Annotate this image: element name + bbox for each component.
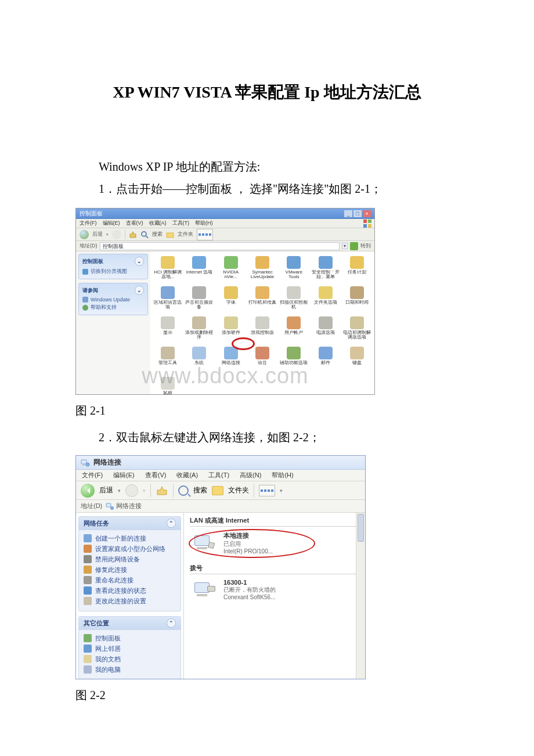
view-button[interactable] — [259, 485, 275, 496]
cp-item[interactable]: 游戏控制器 — [247, 315, 277, 344]
cp-item[interactable]: VMware Tools — [279, 255, 309, 284]
menu-edit[interactable]: 编辑(E) — [103, 219, 120, 227]
cp-item[interactable]: Symantec LiveUpdate — [247, 255, 277, 284]
toolbar: 后退 ▾ ▾ 搜索 文件夹 ▾ — [76, 481, 365, 500]
menu-edit[interactable]: 编辑(E) — [113, 471, 135, 480]
search-icon[interactable] — [178, 485, 189, 496]
scrollbar[interactable] — [356, 513, 365, 679]
back-button[interactable] — [81, 484, 95, 498]
view-button[interactable] — [197, 229, 213, 240]
search-label: 搜索 — [152, 231, 163, 238]
collapse-icon[interactable]: ⌃ — [167, 519, 176, 528]
cp-icon — [161, 347, 175, 359]
cp-item-network-connections[interactable]: 网络连接 — [216, 345, 246, 375]
task-new-connection[interactable]: 创建一个新的连接 — [84, 534, 177, 543]
task-rename[interactable]: 重命名此连接 — [84, 576, 177, 585]
menu-view[interactable]: 查看(V) — [145, 471, 167, 480]
cp-item[interactable]: 添加或删除程序 — [184, 315, 214, 344]
place-control-panel[interactable]: 控制面板 — [84, 634, 177, 643]
connection-name: 16300-1 — [223, 579, 276, 586]
folders-icon[interactable] — [166, 231, 174, 239]
cp-item[interactable]: 打印机和传真 — [247, 285, 277, 314]
cp-item[interactable]: 任务计划 — [342, 255, 372, 284]
side-windows-update[interactable]: Windows Update — [82, 297, 144, 303]
search-icon[interactable] — [140, 231, 149, 239]
cp-item[interactable]: 安全控制「开始」菜单 — [310, 255, 340, 284]
side-switch-view[interactable]: 切换到分类视图 — [82, 268, 144, 275]
scrollbar-thumb[interactable] — [358, 514, 364, 542]
collapse-icon[interactable]: ⌃ — [167, 618, 176, 628]
cp-item[interactable]: HCI 调制解调器地... — [153, 255, 183, 284]
menu-tools[interactable]: 工具(T) — [172, 219, 190, 227]
collapse-icon[interactable]: ⌄ — [135, 286, 144, 295]
address-dropdown[interactable]: ▾ — [342, 243, 348, 249]
up-button[interactable] — [156, 484, 168, 497]
cp-item[interactable]: 日期和时间 — [342, 285, 372, 314]
menu-help[interactable]: 帮助(H) — [195, 219, 213, 227]
menu-favorites[interactable]: 收藏(A) — [149, 219, 167, 227]
cp-label: 声音和音频设备 — [185, 300, 213, 310]
cp-icon — [161, 286, 175, 299]
connection-local[interactable]: 本地连接 已启用 Intel(R) PRO/100... — [194, 531, 359, 555]
forward-button[interactable] — [125, 484, 138, 497]
task-disable[interactable]: 禁用此网络设备 — [84, 555, 177, 564]
task-home-network[interactable]: 设置家庭或小型办公网络 — [84, 545, 177, 553]
new-connection-icon — [84, 534, 92, 542]
cp-item[interactable]: 扫描仪和照相机 — [279, 285, 309, 314]
cp-item[interactable]: 用户帐户 — [279, 315, 309, 344]
cp-item[interactable]: 添加硬件 — [216, 315, 246, 344]
place-my-documents[interactable]: 我的文档 — [84, 655, 177, 664]
cp-item[interactable]: Internet 选项 — [184, 255, 214, 284]
place-my-computer[interactable]: 我的电脑 — [84, 665, 177, 674]
main-area: LAN 或高速 Internet 本地连接 已启用 Intel(R) PRO/1… — [184, 513, 365, 679]
minimize-button[interactable]: _ — [344, 210, 352, 217]
cp-item[interactable]: 语音 — [247, 345, 277, 375]
cp-label: 电话和调制解调器选项 — [343, 330, 371, 340]
cp-item[interactable]: 文件夹选项 — [310, 285, 340, 314]
rename-icon — [84, 576, 92, 584]
place-network-neighborhood[interactable]: 网上邻居 — [84, 645, 177, 653]
windows-flag-icon — [363, 219, 372, 228]
cp-item[interactable]: 电话和调制解调器选项 — [342, 315, 372, 344]
go-button[interactable] — [350, 242, 358, 250]
cp-item[interactable]: 显示 — [153, 315, 183, 344]
menu-tools[interactable]: 工具(T) — [208, 471, 229, 480]
cp-item[interactable]: 管理工具 — [153, 345, 183, 375]
cp-icon — [255, 347, 269, 359]
connection-dialup[interactable]: 16300-1 已断开，有防火墙的 Conexant SoftK56... — [194, 579, 359, 600]
cp-item[interactable]: 键盘 — [342, 345, 372, 375]
address-field[interactable]: 网络连接 — [106, 502, 142, 510]
task-change-settings[interactable]: 更改此连接的设置 — [84, 597, 177, 606]
cp-item[interactable]: NVIDIA nVie... — [216, 255, 246, 284]
menu-file[interactable]: 文件(F) — [82, 471, 103, 480]
cp-label: 邮件 — [321, 361, 330, 365]
cp-item[interactable]: 系统 — [184, 345, 214, 375]
cp-label: 日期和时间 — [345, 300, 369, 305]
close-button[interactable]: × — [363, 210, 371, 217]
cp-item[interactable]: 电源选项 — [310, 315, 340, 344]
cp-label: 用户帐户 — [284, 330, 303, 335]
menu-file[interactable]: 文件(F) — [80, 219, 97, 227]
address-field[interactable]: 控制面板 — [100, 242, 340, 250]
collapse-icon[interactable]: ⌄ — [135, 257, 144, 266]
cp-item[interactable]: 鼠标 — [153, 376, 183, 405]
task-repair[interactable]: 修复此连接 — [84, 566, 177, 574]
forward-button[interactable] — [112, 230, 121, 239]
back-button[interactable] — [80, 230, 89, 239]
cp-item[interactable]: 辅助功能选项 — [279, 345, 309, 375]
cp-item[interactable]: 声音和音频设备 — [184, 285, 214, 314]
menu-help[interactable]: 帮助(H) — [272, 471, 293, 480]
folders-icon[interactable] — [212, 486, 223, 495]
cp-item[interactable]: 字体 — [216, 285, 246, 314]
maximize-button[interactable]: □ — [353, 210, 362, 217]
cp-item[interactable]: 邮件 — [310, 345, 340, 375]
cp-label: 网络连接 — [222, 361, 240, 365]
menu-favorites[interactable]: 收藏(A) — [176, 471, 198, 480]
menu-view[interactable]: 查看(V) — [126, 219, 143, 227]
up-icon[interactable] — [129, 231, 137, 239]
cp-label: 字体 — [226, 300, 236, 305]
menu-advanced[interactable]: 高级(N) — [240, 471, 261, 480]
cp-item[interactable]: 区域和语言选项 — [153, 285, 183, 314]
task-status[interactable]: 查看此连接的状态 — [84, 586, 177, 595]
side-help[interactable]: 帮助和支持 — [82, 304, 144, 311]
